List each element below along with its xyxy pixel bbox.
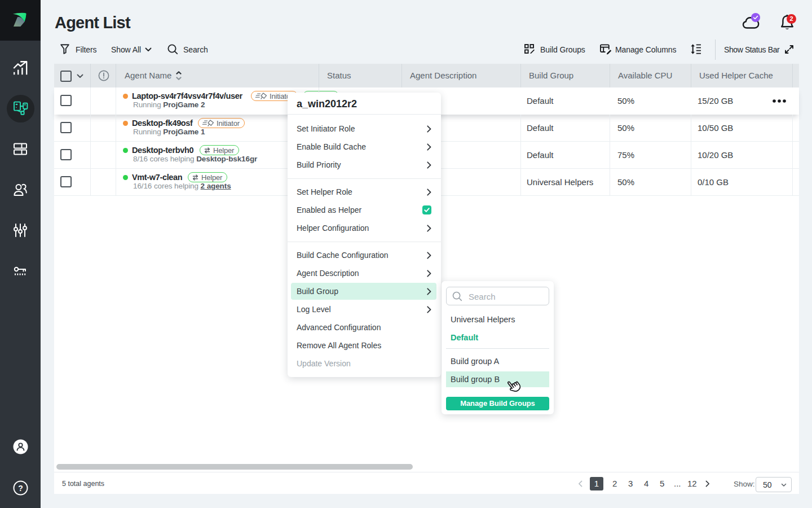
svg-text:?: ? xyxy=(18,484,23,493)
